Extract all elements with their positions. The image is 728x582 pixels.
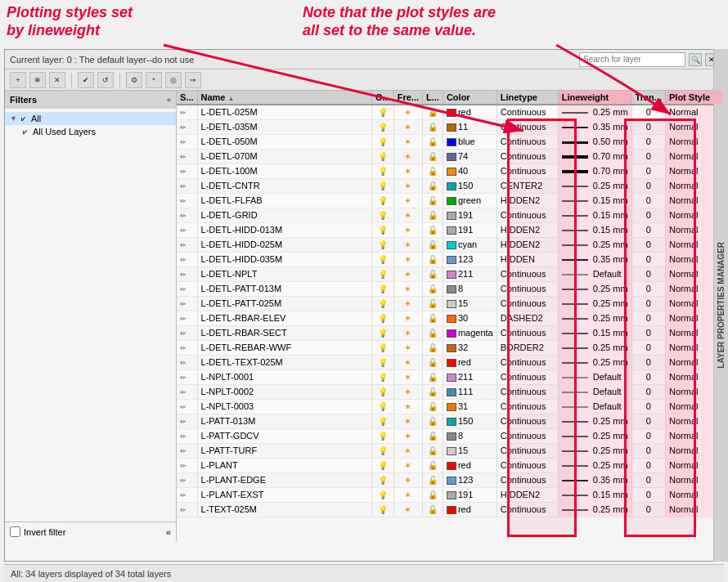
table-row[interactable]: ✏ L-PATT-GDCV 💡 ☀ 🔓 8 Continuous 0.25 mm… xyxy=(177,428,723,443)
cell-freeze[interactable]: ☀ xyxy=(393,266,422,281)
cell-lock[interactable]: 🔓 xyxy=(423,325,443,340)
cell-lineweight[interactable]: 0.25 mm xyxy=(558,281,631,296)
cell-lock[interactable]: 🔓 xyxy=(423,369,443,384)
cell-trans[interactable]: 0 xyxy=(631,163,665,178)
tree-item-all[interactable]: ▼ 🗸 All xyxy=(5,112,176,125)
cell-on[interactable]: 💡 xyxy=(372,119,394,134)
cell-freeze[interactable]: ☀ xyxy=(393,428,422,443)
cell-freeze[interactable]: ☀ xyxy=(393,105,422,119)
cell-linetype[interactable]: HIDDEN2 xyxy=(497,193,558,208)
cell-color[interactable]: 211 xyxy=(443,266,497,281)
cell-freeze[interactable]: ☀ xyxy=(393,178,422,193)
cell-freeze[interactable]: ☀ xyxy=(393,355,422,369)
cell-freeze[interactable]: ☀ xyxy=(393,163,422,178)
table-row[interactable]: ✏ L-NPLT-0001 💡 ☀ 🔓 211 Continuous Defau… xyxy=(177,369,723,384)
cell-on[interactable]: 💡 xyxy=(372,311,394,325)
cell-lock[interactable]: 🔓 xyxy=(423,119,443,134)
cell-color[interactable]: 123 xyxy=(443,252,497,266)
cell-trans[interactable]: 0 xyxy=(631,178,665,193)
table-row[interactable]: ✏ L-DETL-035M 💡 ☀ 🔓 11 Continuous 0.35 m… xyxy=(177,119,723,134)
cell-on[interactable]: 💡 xyxy=(372,340,394,355)
table-row[interactable]: ✏ L-DETL-070M 💡 ☀ 🔓 74 Continuous 0.70 m… xyxy=(177,149,723,163)
cell-freeze[interactable]: ☀ xyxy=(393,487,422,502)
cell-freeze[interactable]: ☀ xyxy=(393,502,422,517)
cell-on[interactable]: 💡 xyxy=(372,428,394,443)
table-row[interactable]: ✏ L-NPLT-0003 💡 ☀ 🔓 31 Continuous Defaul… xyxy=(177,399,723,414)
cell-on[interactable]: 💡 xyxy=(372,414,394,428)
cell-lock[interactable]: 🔓 xyxy=(423,414,443,428)
cell-trans[interactable]: 0 xyxy=(631,502,665,517)
cell-freeze[interactable]: ☀ xyxy=(393,252,422,266)
cell-linetype[interactable]: BORDER2 xyxy=(497,340,558,355)
cell-color[interactable]: red xyxy=(443,105,497,119)
cell-on[interactable]: 💡 xyxy=(372,237,394,252)
cell-color[interactable]: 191 xyxy=(443,222,497,237)
cell-lock[interactable]: 🔓 xyxy=(423,281,443,296)
cell-trans[interactable]: 0 xyxy=(631,119,665,134)
cell-freeze[interactable]: ☀ xyxy=(393,281,422,296)
cell-on[interactable]: 💡 xyxy=(372,149,394,163)
cell-on[interactable]: 💡 xyxy=(372,252,394,266)
cell-linetype[interactable]: Continuous xyxy=(497,414,558,428)
cell-lineweight[interactable]: 0.25 mm xyxy=(558,355,631,369)
table-row[interactable]: ✏ L-PLANT-EDGE 💡 ☀ 🔓 123 Continuous 0.35… xyxy=(177,472,723,487)
cell-linetype[interactable]: CENTER2 xyxy=(497,178,558,193)
cell-freeze[interactable]: ☀ xyxy=(393,443,422,458)
cell-lock[interactable]: 🔓 xyxy=(423,384,443,399)
table-row[interactable]: ✏ L-PLANT-EXST 💡 ☀ 🔓 191 HIDDEN2 0.15 mm… xyxy=(177,487,723,502)
cell-on[interactable]: 💡 xyxy=(372,208,394,222)
cell-lock[interactable]: 🔓 xyxy=(423,458,443,472)
cell-lineweight[interactable]: 0.25 mm xyxy=(558,428,631,443)
cell-lineweight[interactable]: 0.25 mm xyxy=(558,105,631,119)
cell-linetype[interactable]: HIDDEN2 xyxy=(497,222,558,237)
cell-lineweight[interactable]: 0.35 mm xyxy=(558,472,631,487)
cell-lock[interactable]: 🔓 xyxy=(423,163,443,178)
cell-trans[interactable]: 0 xyxy=(631,281,665,296)
cell-on[interactable]: 💡 xyxy=(372,369,394,384)
cell-on[interactable]: 💡 xyxy=(372,384,394,399)
cell-lineweight[interactable]: 0.15 mm xyxy=(558,325,631,340)
cell-trans[interactable]: 0 xyxy=(631,296,665,311)
cell-freeze[interactable]: ☀ xyxy=(393,399,422,414)
cell-trans[interactable]: 0 xyxy=(631,266,665,281)
cell-freeze[interactable]: ☀ xyxy=(393,369,422,384)
cell-trans[interactable]: 0 xyxy=(631,252,665,266)
cell-trans[interactable]: 0 xyxy=(631,193,665,208)
table-row[interactable]: ✏ L-DETL-HIDD-013M 💡 ☀ 🔓 191 HIDDEN2 0.1… xyxy=(177,222,723,237)
cell-linetype[interactable]: DASHED2 xyxy=(497,311,558,325)
cell-linetype[interactable]: Continuous xyxy=(497,105,558,119)
table-row[interactable]: ✏ L-DETL-100M 💡 ☀ 🔓 40 Continuous 0.70 m… xyxy=(177,163,723,178)
cell-color[interactable]: red xyxy=(443,355,497,369)
cell-trans[interactable]: 0 xyxy=(631,458,665,472)
cell-freeze[interactable]: ☀ xyxy=(393,134,422,149)
cell-on[interactable]: 💡 xyxy=(372,193,394,208)
cell-freeze[interactable]: ☀ xyxy=(393,340,422,355)
cell-on[interactable]: 💡 xyxy=(372,443,394,458)
cell-color[interactable]: red xyxy=(443,458,497,472)
cell-lock[interactable]: 🔓 xyxy=(423,472,443,487)
cell-linetype[interactable]: Continuous xyxy=(497,502,558,517)
cell-lineweight[interactable]: 0.35 mm xyxy=(558,119,631,134)
cell-color[interactable]: cyan xyxy=(443,237,497,252)
cell-freeze[interactable]: ☀ xyxy=(393,208,422,222)
cell-trans[interactable]: 0 xyxy=(631,134,665,149)
table-row[interactable]: ✏ L-DETL-NPLT 💡 ☀ 🔓 211 Continuous Defau… xyxy=(177,266,723,281)
cell-lineweight[interactable]: Default xyxy=(558,266,631,281)
cell-lock[interactable]: 🔓 xyxy=(423,237,443,252)
table-row[interactable]: ✏ L-PATT-TURF 💡 ☀ 🔓 15 Continuous 0.25 m… xyxy=(177,443,723,458)
cell-on[interactable]: 💡 xyxy=(372,502,394,517)
cell-freeze[interactable]: ☀ xyxy=(393,193,422,208)
cell-lineweight[interactable]: Default xyxy=(558,369,631,384)
cell-color[interactable]: 11 xyxy=(443,119,497,134)
cell-color[interactable]: 15 xyxy=(443,443,497,458)
table-row[interactable]: ✏ L-DETL-CNTR 💡 ☀ 🔓 150 CENTER2 0.25 mm … xyxy=(177,178,723,193)
cell-lock[interactable]: 🔓 xyxy=(423,443,443,458)
cell-lineweight[interactable]: 0.15 mm xyxy=(558,208,631,222)
cell-lineweight[interactable]: 0.15 mm xyxy=(558,487,631,502)
cell-linetype[interactable]: Continuous xyxy=(497,119,558,134)
cell-linetype[interactable]: HIDDEN xyxy=(497,252,558,266)
table-row[interactable]: ✏ L-DETL-FLFAB 💡 ☀ 🔓 green HIDDEN2 0.15 … xyxy=(177,193,723,208)
cell-on[interactable]: 💡 xyxy=(372,266,394,281)
cell-linetype[interactable]: Continuous xyxy=(497,325,558,340)
cell-freeze[interactable]: ☀ xyxy=(393,458,422,472)
